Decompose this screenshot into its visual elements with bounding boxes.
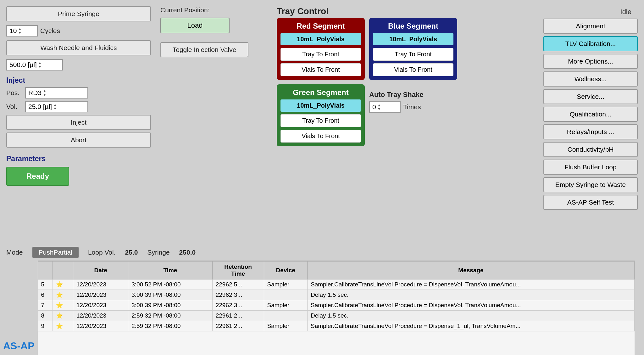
row-retention: 22961.2...: [212, 321, 264, 331]
syringe-label: Syringe: [147, 249, 169, 256]
pos-spinbox[interactable]: RD3 ▲ ▼: [25, 87, 88, 99]
auto-tray-label: Auto Tray Shake: [369, 91, 423, 99]
blue-vials-to-front-button[interactable]: Vials To Front: [373, 63, 453, 76]
loop-vol-label: Loop Vol.: [88, 249, 116, 256]
segments-container: Red Segment 10mL_PolyVials Tray To Front…: [277, 18, 537, 80]
row-num: 8: [38, 311, 53, 321]
tray-and-right: Tray Control Red Segment 10mL_PolyVials …: [274, 3, 641, 241]
red-vials-to-front-button[interactable]: Vials To Front: [280, 63, 361, 76]
more-options-button[interactable]: More Options...: [543, 54, 638, 69]
vol-label: Vol.: [6, 103, 22, 110]
red-tray-to-front-button[interactable]: Tray To Front: [280, 48, 361, 61]
wellness-button[interactable]: Wellness...: [543, 71, 638, 87]
table-row: 9 ⭐ 12/20/2023 2:59:32 PM -08:00 22961.2…: [38, 321, 634, 331]
shake-down-arrow[interactable]: ▼: [377, 107, 381, 111]
row-icon: ⭐: [53, 311, 73, 321]
mode-bar: Mode PushPartial Loop Vol. 25.0 Syringe …: [0, 244, 644, 261]
flush-buffer-button[interactable]: Flush Buffer Loop: [543, 160, 638, 175]
table-row: 6 ⭐ 12/20/2023 3:00:39 PM -08:00 22962.3…: [38, 290, 634, 300]
ready-button[interactable]: Ready: [6, 167, 69, 186]
conductivity-button[interactable]: Conductivity/pH: [543, 142, 638, 157]
row-time: 2:59:32 PM -08:00: [128, 311, 213, 321]
green-vials-button[interactable]: 10mL_PolyVials: [280, 99, 361, 112]
main-container: Prime Syringe 10 ▲ ▼ Cycles Wash Needle …: [0, 0, 644, 355]
load-button[interactable]: Load: [160, 18, 230, 33]
mode-label: Mode: [6, 249, 23, 256]
loop-vol-value: 25.0: [125, 249, 138, 256]
shake-row: 0 ▲ ▼ Times: [369, 101, 423, 113]
col-num: [38, 262, 53, 279]
log-table-container[interactable]: Date Time RetentionTime Device Message 5…: [38, 261, 635, 355]
wash-needle-button[interactable]: Wash Needle and Fluidics: [6, 40, 151, 55]
row-icon: ⭐: [53, 300, 73, 311]
row-time: 3:00:52 PM -08:00: [128, 279, 213, 290]
cycles-value: 10: [9, 27, 17, 35]
green-segment-title: Green Segment: [280, 88, 361, 97]
col-message: Message: [307, 262, 634, 279]
row-message: Sampler.CalibrateTransLineVol Procedure …: [307, 321, 634, 331]
as-ap-label: AS-AP: [0, 337, 38, 355]
as-ap-self-test-button[interactable]: AS-AP Self Test: [543, 195, 638, 210]
green-tray-to-front-button[interactable]: Tray To Front: [280, 114, 361, 127]
row-retention: 22962.3...: [212, 290, 264, 300]
volume-row: 500.0 [µl] ▲ ▼: [6, 59, 151, 70]
shake-spinbox[interactable]: 0 ▲ ▼: [369, 101, 401, 113]
shake-arrows: ▲ ▼: [377, 103, 381, 111]
row-message: Sampler.CalibrateTransLineVol Procedure …: [307, 300, 634, 311]
table-row: 5 ⭐ 12/20/2023 3:00:52 PM -08:00 22962.5…: [38, 279, 634, 290]
row-retention: 22961.2...: [212, 311, 264, 321]
times-label: Times: [403, 103, 421, 111]
qualification-button[interactable]: Qualification...: [543, 107, 638, 122]
row-device: Sampler: [264, 300, 307, 311]
vol-down-arrow[interactable]: ▼: [53, 107, 57, 110]
row-device: Sampler: [264, 321, 307, 331]
volume-down-arrow[interactable]: ▼: [38, 65, 42, 69]
relays-button[interactable]: Relays/Inputs ...: [543, 124, 638, 139]
pos-value: RD3: [28, 89, 42, 97]
col-icon: [53, 262, 73, 279]
row-icon: ⭐: [53, 290, 73, 300]
row-message: Delay 1.5 sec.: [307, 311, 634, 321]
row-message: Sampler.CalibrateTransLineVol Procedure …: [307, 279, 634, 290]
red-segment-title: Red Segment: [280, 22, 361, 31]
empty-syringe-button[interactable]: Empty Syringe to Waste: [543, 177, 638, 192]
abort-button[interactable]: Abort: [6, 132, 151, 148]
blue-vials-button[interactable]: 10mL_PolyVials: [373, 33, 453, 45]
row-retention: 22962.3...: [212, 300, 264, 311]
row-num: 7: [38, 300, 53, 311]
row-icon: ⭐: [53, 321, 73, 331]
bottom-area: AS-AP Date Time RetentionTime Device Mes…: [0, 261, 644, 355]
row-num: 6: [38, 290, 53, 300]
table-row: 7 ⭐ 12/20/2023 3:00:39 PM -08:00 22962.3…: [38, 300, 634, 311]
row-icon: ⭐: [53, 279, 73, 290]
pos-down-arrow[interactable]: ▼: [43, 93, 47, 97]
tlv-cal-button[interactable]: TLV Calibration...: [543, 36, 638, 51]
row-date: 12/20/2023: [73, 300, 128, 311]
row-device: [264, 311, 307, 321]
pos-arrows: ▲ ▼: [43, 89, 47, 97]
toggle-injection-valve-button[interactable]: Toggle Injection Valve: [160, 42, 248, 57]
vol-arrows: ▲ ▼: [53, 103, 57, 110]
volume-spinbox[interactable]: 500.0 [µl] ▲ ▼: [6, 59, 63, 70]
service-button[interactable]: Service...: [543, 89, 638, 104]
middle-panel: Current Position: Load Toggle Injection …: [157, 3, 270, 241]
status-idle: Idle: [543, 6, 638, 16]
blue-segment-title: Blue Segment: [373, 22, 453, 31]
col-retention: RetentionTime: [212, 262, 264, 279]
vol-spinbox[interactable]: 25.0 [µl] ▲ ▼: [25, 101, 88, 112]
blue-tray-to-front-button[interactable]: Tray To Front: [373, 48, 453, 61]
cycles-spinbox[interactable]: 10 ▲ ▼: [6, 25, 38, 37]
col-device: Device: [264, 262, 307, 279]
pos-label: Pos.: [6, 89, 22, 97]
red-vials-button[interactable]: 10mL_PolyVials: [280, 33, 361, 45]
current-pos-label: Current Position:: [160, 6, 267, 14]
green-segment: Green Segment 10mL_PolyVials Tray To Fro…: [277, 84, 365, 146]
shake-value: 0: [372, 103, 376, 111]
prime-syringe-button[interactable]: Prime Syringe: [6, 6, 151, 21]
vol-value: 25.0 [µl]: [28, 103, 52, 110]
cycles-down-arrow[interactable]: ▼: [18, 31, 22, 35]
inject-title: Inject: [6, 76, 151, 85]
inject-button[interactable]: Inject: [6, 115, 151, 130]
green-vials-to-front-button[interactable]: Vials To Front: [280, 130, 361, 143]
alignment-button[interactable]: Alignment: [543, 19, 638, 34]
